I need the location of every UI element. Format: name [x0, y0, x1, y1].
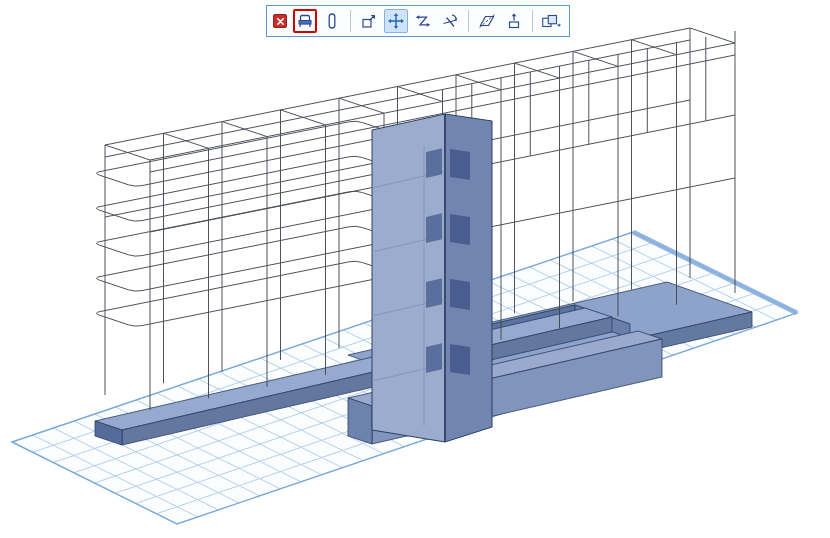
podium-left-end — [348, 398, 372, 444]
elevate-tool[interactable] — [502, 9, 526, 33]
3d-viewport[interactable] — [0, 0, 830, 538]
tower-window — [450, 344, 470, 375]
tower-window — [426, 343, 442, 373]
tower-window — [450, 279, 470, 310]
drag-tool[interactable] — [357, 9, 381, 33]
tower-window — [426, 278, 442, 308]
tower-element[interactable] — [372, 114, 492, 442]
floor-plate-outline — [96, 191, 394, 256]
column-tool[interactable] — [320, 9, 344, 33]
toolbar-divider — [468, 10, 469, 32]
tower-window — [450, 149, 470, 180]
tower-window — [450, 214, 470, 245]
edit-element-tool[interactable] — [293, 9, 317, 33]
tower-window — [426, 148, 442, 178]
multiply-tool[interactable] — [539, 9, 563, 33]
floor-plate-outline — [96, 121, 394, 186]
floor-plate-outline — [96, 226, 394, 291]
close-palette-button[interactable] — [273, 14, 287, 28]
model-canvas — [0, 0, 830, 538]
toolbar-divider — [350, 10, 351, 32]
move-tool[interactable] — [384, 9, 408, 33]
floating-edit-palette — [266, 5, 570, 37]
tower-window — [426, 213, 442, 243]
toolbar-divider — [532, 10, 533, 32]
floor-plate-outline — [96, 261, 394, 326]
mirror-tool[interactable] — [475, 9, 499, 33]
rotate-tool[interactable] — [438, 9, 462, 33]
stretch-tool[interactable] — [411, 9, 435, 33]
